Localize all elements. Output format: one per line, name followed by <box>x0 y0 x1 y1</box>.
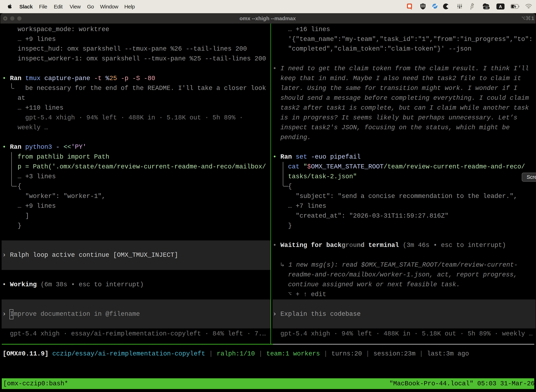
svg-text:A: A <box>499 4 502 9</box>
svg-text:..61: ..61 <box>484 6 489 9</box>
